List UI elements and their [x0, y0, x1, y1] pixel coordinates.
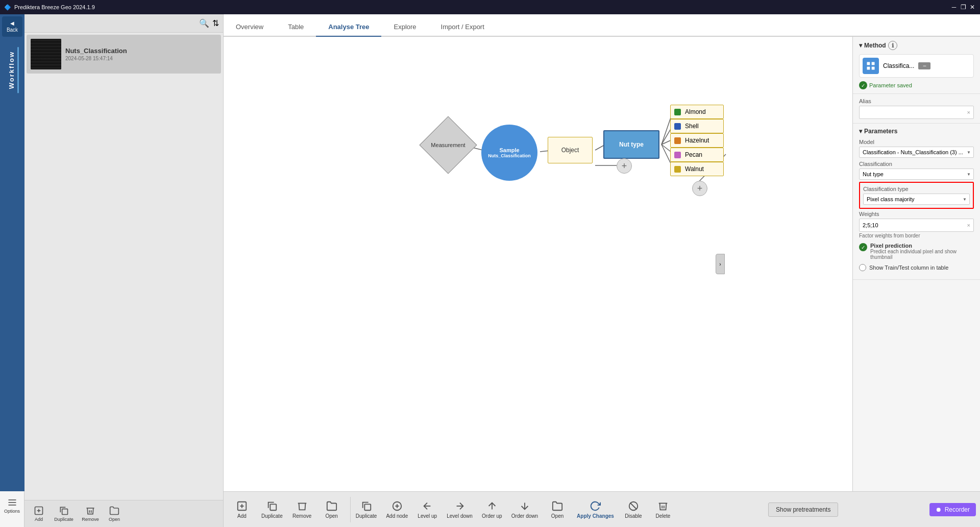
- method-info-icon[interactable]: ℹ: [888, 41, 897, 50]
- shell-color-dot: [674, 123, 681, 130]
- minimize-button[interactable]: ─: [950, 4, 958, 11]
- result-shell[interactable]: Shell: [670, 119, 724, 133]
- level-up-label: Level up: [418, 513, 437, 519]
- duplicate-label: Duplicate: [261, 513, 283, 519]
- panel-bottom-toolbar: Add Duplicate Remove Open: [24, 500, 223, 527]
- recorder-label: Recorder: [945, 506, 970, 513]
- method-title: ▾ Method ℹ: [859, 41, 974, 50]
- weights-label: Weights: [859, 211, 974, 217]
- result-almond[interactable]: Almond: [670, 105, 724, 119]
- alias-clear-button[interactable]: ×: [967, 109, 970, 115]
- zoom-icon[interactable]: 🔍: [199, 18, 209, 28]
- project-date: 2024-05-28 15:47:14: [65, 56, 217, 61]
- project-name: Nuts_Classification: [65, 47, 217, 55]
- right-panel: ▾ Method ℹ Classifica... Parameter saved: [852, 37, 980, 491]
- classification-select[interactable]: Nut type: [859, 169, 974, 180]
- tab-table[interactable]: Table: [276, 18, 316, 37]
- svg-rect-17: [867, 62, 870, 65]
- method-minus-button[interactable]: [918, 62, 930, 69]
- apply-changes-button[interactable]: Apply Changes: [573, 498, 618, 521]
- titlebar-controls[interactable]: ─ ❐ ✕: [950, 4, 976, 11]
- disable-button[interactable]: Disable: [619, 498, 648, 521]
- collapse-params-icon[interactable]: ▾: [859, 128, 862, 135]
- model-label: Model: [859, 139, 974, 145]
- add-node-button[interactable]: Add node: [382, 498, 412, 521]
- panel-open-button[interactable]: Open: [104, 504, 125, 524]
- classification-select-wrapper: Nut type: [859, 169, 974, 180]
- level-down-button[interactable]: Level down: [443, 498, 477, 521]
- tab-import-export[interactable]: Import / Export: [429, 18, 497, 37]
- result-hazelnut[interactable]: Hazelnut: [670, 133, 724, 148]
- sample-node[interactable]: Sample Nuts_Classification: [481, 125, 537, 181]
- remove-panel-button[interactable]: Remove: [288, 498, 316, 521]
- hazelnut-color-dot: [674, 137, 681, 144]
- sort-icon[interactable]: ⇅: [212, 18, 219, 28]
- tab-analyse-tree[interactable]: Analyse Tree: [316, 18, 381, 37]
- project-item[interactable]: Nuts_Classification 2024-05-28 15:47:14: [27, 35, 221, 74]
- param-saved-text: Parameter saved: [869, 82, 912, 88]
- show-pretreatments-button[interactable]: Show pretreatments: [768, 502, 838, 517]
- pecan-color-dot: [674, 152, 681, 158]
- result-walnut[interactable]: Walnut: [670, 162, 724, 176]
- method-section: ▾ Method ℹ Classifica... Parameter saved: [853, 37, 980, 94]
- parameters-section: ▾ Parameters Model Classification - Nuts…: [853, 124, 980, 280]
- result-pecan[interactable]: Pecan: [670, 148, 724, 162]
- show-train-checkbox[interactable]: [859, 264, 866, 271]
- left-bottom-toolbar: Options: [0, 491, 24, 527]
- alias-label: Alias: [859, 98, 974, 104]
- order-up-button[interactable]: Order up: [478, 498, 506, 521]
- duplicate-tree-label: Duplicate: [356, 513, 377, 519]
- nuttype-node[interactable]: Nut type: [603, 130, 659, 159]
- classification-type-select[interactable]: Pixel class majorityMajority voteMean pr…: [863, 194, 970, 205]
- main-layout: ◀ Back Workflow Options 🔍 ⇅ Nuts_Classif…: [0, 14, 980, 527]
- pixel-pred-checkbox[interactable]: [859, 243, 867, 251]
- model-select[interactable]: Classification - Nuts_Classification (3)…: [859, 147, 974, 158]
- almond-color-dot: [674, 109, 681, 115]
- collapse-panel-button[interactable]: ›: [716, 254, 725, 274]
- alias-section: Alias ×: [853, 94, 980, 124]
- delete-button[interactable]: Delete: [649, 498, 677, 521]
- weights-clear-button[interactable]: ×: [967, 222, 970, 228]
- project-thumbnail: [31, 39, 61, 69]
- plus-button-results[interactable]: +: [692, 181, 707, 196]
- add-label: Add: [35, 517, 43, 522]
- pixel-pred-row: Pixel prediction Predict each individual…: [859, 243, 974, 260]
- weights-input[interactable]: 2;5;10 ×: [859, 219, 974, 232]
- add-button[interactable]: Add: [228, 498, 256, 521]
- panel-main: Measurement Sample Nuts_Classification O…: [224, 37, 980, 491]
- level-up-button[interactable]: Level up: [413, 498, 442, 521]
- collapse-method-icon[interactable]: ▾: [859, 42, 862, 49]
- duplicate-panel-button[interactable]: Duplicate: [257, 498, 287, 521]
- alias-input[interactable]: ×: [859, 106, 974, 119]
- method-icon: [863, 58, 879, 74]
- weights-value: 2;5;10: [863, 222, 878, 228]
- options-button[interactable]: Options: [2, 495, 22, 516]
- classification-label: Classification: [859, 161, 974, 167]
- level-down-label: Level down: [447, 513, 473, 519]
- tab-overview[interactable]: Overview: [224, 18, 276, 37]
- titlebar-left: 🔷 Prediktera Breeze Geo 2024.1.9: [4, 4, 95, 11]
- measurement-node[interactable]: [419, 116, 477, 174]
- recorder-button[interactable]: ⏺ Recorder: [929, 503, 976, 516]
- object-node[interactable]: Object: [548, 137, 593, 163]
- panel-toolbar: 🔍 ⇅: [24, 14, 223, 33]
- panel-area: 🔍 ⇅ Nuts_Classification 2024-05-28 15:47…: [24, 14, 224, 527]
- bottom-toolbar: Add Duplicate Remove Open Duplicate: [224, 491, 980, 527]
- panel-remove-button[interactable]: Remove: [79, 504, 102, 524]
- panel-add-button[interactable]: Add: [29, 504, 49, 524]
- svg-rect-19: [867, 67, 870, 70]
- open-panel-button[interactable]: Open: [317, 498, 346, 521]
- order-down-button[interactable]: Order down: [507, 498, 542, 521]
- plus-button-object[interactable]: +: [617, 158, 632, 174]
- panel-duplicate-button[interactable]: Duplicate: [51, 504, 77, 524]
- panel-bottom-buttons: Add Duplicate Remove Open: [228, 497, 351, 522]
- duplicate-tree-button[interactable]: Duplicate: [352, 498, 381, 521]
- add-node-label: Add node: [386, 513, 408, 519]
- center-right: Overview Table Analyse Tree Explore Impo…: [224, 14, 980, 527]
- restore-button[interactable]: ❐: [960, 4, 967, 11]
- back-button[interactable]: ◀ Back: [2, 16, 22, 37]
- close-button[interactable]: ✕: [969, 4, 976, 11]
- tab-explore[interactable]: Explore: [381, 18, 428, 37]
- svg-rect-6: [62, 509, 68, 515]
- open-tree-button[interactable]: Open: [543, 498, 572, 521]
